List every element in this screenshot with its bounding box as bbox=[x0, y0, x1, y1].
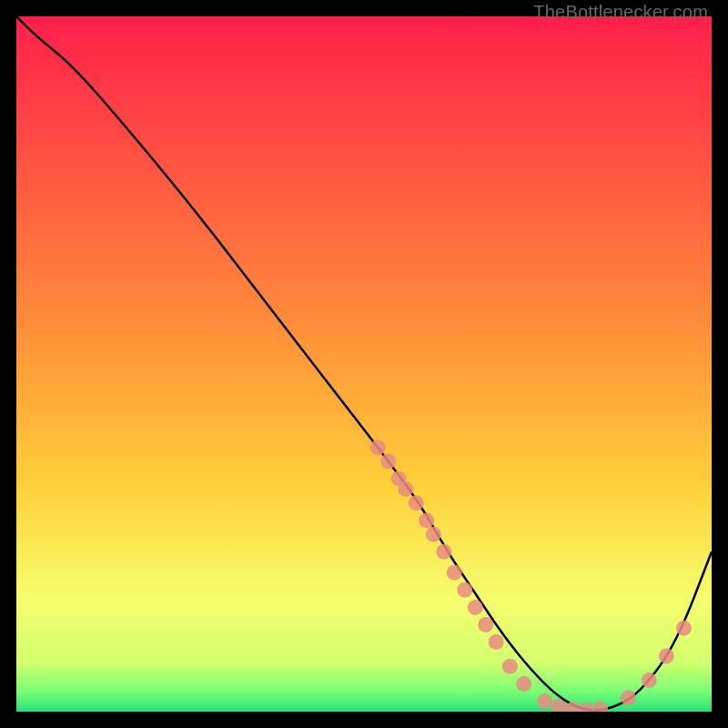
scatter-dot bbox=[676, 621, 692, 636]
scatter-dot bbox=[642, 672, 657, 688]
scatter-dot bbox=[516, 676, 531, 692]
chart-svg bbox=[16, 16, 712, 712]
scatter-dot bbox=[621, 690, 636, 705]
scatter-dot bbox=[502, 659, 518, 674]
scatter-dot bbox=[447, 565, 462, 581]
scatter-dot bbox=[436, 544, 451, 560]
chart-frame bbox=[16, 16, 712, 712]
scatter-dot bbox=[468, 600, 483, 615]
scatter-dot bbox=[478, 617, 493, 632]
scatter-dot bbox=[419, 512, 434, 528]
scatter-dot bbox=[457, 582, 472, 598]
scatter-dot bbox=[398, 481, 413, 497]
scatter-dot bbox=[380, 453, 396, 469]
scatter-dot bbox=[426, 527, 441, 542]
scatter-dot bbox=[537, 693, 552, 709]
scatter-dot bbox=[370, 440, 386, 455]
scatter-dot bbox=[409, 495, 424, 511]
scatter-dot bbox=[489, 634, 504, 650]
scatter-dot bbox=[659, 648, 674, 663]
